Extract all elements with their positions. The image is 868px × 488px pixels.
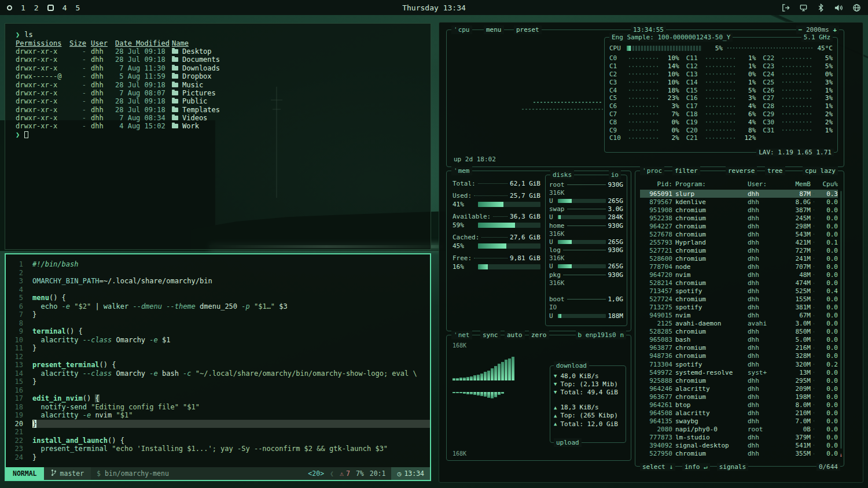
cpu-core-row: C418% bbox=[609, 86, 679, 94]
editor-buffer[interactable]: 1#!/bin/bash23OMARCHY_BIN_PATH=~/.local/… bbox=[6, 254, 430, 467]
folder-icon bbox=[172, 83, 178, 87]
editor-window[interactable]: 1#!/bin/bash23OMARCHY_BIN_PATH=~/.local/… bbox=[5, 253, 431, 481]
process-row[interactable]: 949015nvimdhh67M0.0 bbox=[640, 312, 838, 320]
workspace-2[interactable]: 2 bbox=[34, 3, 39, 12]
workspace-circle[interactable] bbox=[7, 5, 12, 10]
proc-header-user[interactable]: User: bbox=[748, 180, 779, 188]
process-row[interactable]: 952238chromiumdhh245M0.0 bbox=[640, 214, 838, 222]
proc-header-program[interactable]: Program: bbox=[675, 180, 745, 188]
ls-row: drwxr-xr-x-dhh28 Jul 09:18Templates bbox=[16, 106, 431, 114]
ls-row: drwxr-xr-x-dhh 7 Aug 08:07Pictures bbox=[16, 89, 431, 97]
proc-header-mem[interactable]: MemB bbox=[782, 180, 811, 188]
terminal-cursor[interactable] bbox=[24, 131, 28, 138]
bluetooth-icon[interactable] bbox=[817, 3, 825, 12]
workspace-4[interactable]: 4 bbox=[62, 3, 67, 12]
process-row[interactable]: 964720nvimdhh48M0.0 bbox=[640, 271, 838, 279]
editor-line: 23 present_terminal "echo 'Installing $1… bbox=[6, 445, 430, 453]
process-row[interactable]: 963677chromiumdhh198M0.0 bbox=[640, 393, 838, 401]
process-row[interactable]: 528214chromiumdhh474M0.0 bbox=[640, 279, 838, 287]
process-row[interactable]: 964261btopdhh8.0M0.0 bbox=[640, 401, 838, 409]
proc-reverse-button[interactable]: reverse bbox=[726, 167, 757, 175]
process-row[interactable]: 2125avahi-daemonavahi3.0M0.0 bbox=[640, 320, 838, 328]
ls-row: drwx------@-dhh 5 Aug 11:59Dropbox bbox=[16, 72, 431, 80]
workspace-1[interactable]: 1 bbox=[21, 3, 25, 12]
disk-row: U265G bbox=[549, 263, 623, 271]
vim-mode-badge: NORMAL bbox=[6, 467, 44, 480]
process-row[interactable]: 527721chromiumdhh727M0.0 bbox=[640, 246, 838, 254]
disk-row: 316K bbox=[549, 279, 623, 287]
process-row[interactable]: 713275spotifydhh381M0.0 bbox=[640, 304, 838, 312]
btop-preset-button[interactable]: preset bbox=[514, 25, 542, 34]
process-row[interactable]: 713457spotifydhh525M0.4 bbox=[640, 287, 838, 295]
net-sync-button[interactable]: sync bbox=[480, 331, 501, 339]
process-row[interactable]: 394092signal-desktopdhh541M0.0 bbox=[640, 441, 838, 449]
ls-row: drwxr-xr-x-dhh28 Jul 09:18Documents bbox=[16, 56, 431, 64]
net-zero-button[interactable]: zero bbox=[529, 331, 549, 339]
proc-filter-button[interactable]: filter bbox=[672, 167, 700, 175]
cpu-core-row: C121% bbox=[686, 62, 756, 71]
proc-sort-selector[interactable]: cpu lazy bbox=[803, 167, 838, 175]
workspace-square[interactable] bbox=[47, 5, 54, 11]
workspace-switcher: 1245 bbox=[7, 3, 80, 12]
process-row[interactable]: 549972systemd-resolvesyst+13M0.0 bbox=[640, 368, 838, 376]
cpu-history-graph bbox=[534, 102, 603, 103]
process-row[interactable]: 528285chromiumdhh850M0.0 bbox=[640, 328, 838, 336]
cpu-core-row: C225% bbox=[763, 54, 833, 62]
proc-header-pid[interactable]: Pid: bbox=[640, 180, 672, 188]
process-row[interactable]: 527724chromiumdhh155M0.0 bbox=[640, 295, 838, 304]
process-row[interactable]: 255793Hyprlanddhh421M0.1 bbox=[640, 238, 838, 246]
process-row[interactable]: 965091slurpdhh87M0.3 bbox=[640, 190, 838, 198]
btop-proc-box: 'proc filter reverse tree cpu lazy Pid: … bbox=[635, 171, 844, 467]
language-globe-icon[interactable] bbox=[852, 3, 861, 12]
disk-row: U265G bbox=[549, 197, 623, 205]
proc-tree-button[interactable]: tree bbox=[765, 167, 785, 175]
proc-header-cpu[interactable]: Cpu% bbox=[817, 180, 838, 188]
btop-menu-button[interactable]: menu bbox=[484, 25, 504, 34]
volume-icon[interactable] bbox=[834, 3, 843, 12]
terminal-window[interactable]: ❯ ls Permissions Size User Date Modified… bbox=[5, 23, 431, 250]
process-row[interactable]: 2080napi/phy0-0root0B0.0 bbox=[640, 425, 838, 433]
process-row[interactable]: 948736chromiumdhh328M0.0 bbox=[640, 352, 838, 360]
process-row[interactable]: 528600chromiumdhh241M0.0 bbox=[640, 254, 838, 263]
prompt-line: ❯ ls bbox=[16, 31, 431, 39]
process-row[interactable]: 964135swaybgdhh7.0M0.0 bbox=[640, 417, 838, 425]
process-row[interactable]: 527950chromiumdhh355M0.0 bbox=[640, 450, 838, 458]
cpu-total-label: CPU bbox=[609, 45, 627, 52]
cpu-core-row: C302% bbox=[763, 118, 833, 126]
process-row[interactable]: 777873lm-studiodhh379M0.0 bbox=[640, 433, 838, 441]
btop-window[interactable]: 'cpu menu preset 13:34:55 − 2000ms + Eng… bbox=[439, 22, 863, 483]
network-icon[interactable] bbox=[799, 3, 808, 12]
process-row[interactable]: 879567kdenlivedhh8.0G0.0 bbox=[640, 198, 838, 206]
top-bar: 1245 Thursday 13:34 bbox=[0, 0, 868, 15]
process-row[interactable]: 964508alacrittydhh210M0.0 bbox=[640, 409, 838, 417]
process-row[interactable]: 778704nodedhh707M0.0 bbox=[640, 263, 838, 271]
process-row[interactable]: 964227chromiumdhh298M0.0 bbox=[640, 222, 838, 230]
info-button[interactable]: info ↵ bbox=[682, 463, 710, 471]
process-row[interactable]: 965083bashdhh5.0M0.0 bbox=[640, 336, 838, 344]
signals-button[interactable]: signals bbox=[717, 463, 748, 471]
io-mode-button[interactable]: io bbox=[609, 171, 621, 179]
scroll-down-icon[interactable]: ↓ bbox=[839, 452, 843, 458]
disks-title[interactable]: disks bbox=[550, 171, 574, 179]
editor-line: 3OMARCHY_BIN_PATH=~/.local/share/omarchy… bbox=[6, 277, 430, 286]
process-row[interactable]: 951908chromiumdhh387M0.0 bbox=[640, 206, 838, 214]
cursor-position: 20:1 bbox=[370, 469, 386, 478]
process-row[interactable]: 964246alacrittydhh209M0.0 bbox=[640, 385, 838, 393]
workspace-5[interactable]: 5 bbox=[75, 3, 80, 12]
process-row[interactable]: 963877chromiumdhh216M0.0 bbox=[640, 344, 838, 352]
disk-row: boot1,0G bbox=[549, 295, 623, 304]
process-row[interactable]: 713304spotifydhh320M0.2 bbox=[640, 360, 838, 368]
editor-line: 10 alacritty --class Omarchy -e $1 bbox=[6, 336, 430, 345]
system-tray bbox=[781, 3, 861, 12]
cpu-core-grid: C010%C114%C210%C310%C418%C523%C63%C77%C8… bbox=[609, 54, 833, 142]
process-row[interactable]: 527678chromiumdhh543M0.0 bbox=[640, 230, 838, 238]
process-row[interactable]: 925888chromiumdhh295M0.0 bbox=[640, 376, 838, 385]
net-auto-button[interactable]: auto bbox=[505, 331, 525, 339]
ls-header-name: Name bbox=[172, 39, 189, 47]
disk-row: root930G bbox=[549, 180, 623, 188]
proc-scrollbar[interactable] bbox=[840, 191, 842, 449]
cpu-core-row: C253% bbox=[763, 78, 833, 86]
net-interface-selector[interactable]: b enp191s0 n bbox=[576, 331, 626, 339]
select-button[interactable]: select ↓ bbox=[640, 463, 675, 471]
logout-icon[interactable] bbox=[781, 3, 790, 12]
